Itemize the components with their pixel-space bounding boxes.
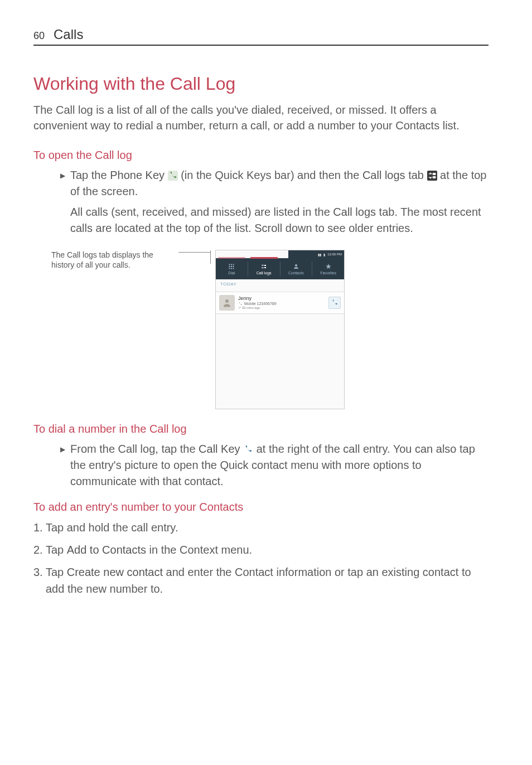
call-log-entry[interactable]: Jenny Mobile 123456789 ↗ 33 mins ago bbox=[216, 292, 344, 314]
svg-point-11 bbox=[295, 264, 297, 267]
call-logs-label: Call logs bbox=[362, 169, 405, 181]
svg-rect-4 bbox=[231, 266, 232, 267]
tab-label: Contacts bbox=[288, 271, 304, 275]
tab-bar: Dial Call logs Contacts Favorites bbox=[216, 258, 344, 279]
avatar[interactable] bbox=[219, 295, 235, 311]
phone-key-label: Phone Key bbox=[110, 169, 165, 181]
bullet-icon: ▶ bbox=[60, 441, 66, 490]
text-fragment: Tap the bbox=[70, 169, 110, 181]
entry-time: ↗ 33 mins ago bbox=[238, 306, 325, 310]
svg-rect-8 bbox=[233, 268, 234, 269]
step-1: 1. Tap and hold the call entry. bbox=[33, 519, 489, 536]
svg-rect-9 bbox=[264, 265, 266, 266]
entry-detail: Mobile 123456789 bbox=[238, 302, 325, 306]
create-new-contact-label: Create new contact bbox=[67, 566, 163, 578]
date-group-label: TODAY bbox=[220, 282, 236, 287]
status-battery-icon: ▮ bbox=[323, 253, 325, 256]
heading-add-contact: To add an entry's number to your Contact… bbox=[33, 501, 489, 514]
star-icon bbox=[325, 263, 332, 270]
svg-rect-3 bbox=[229, 266, 230, 267]
call-key-label: Call Key bbox=[199, 443, 240, 455]
caption-bold: Call logs bbox=[67, 250, 97, 259]
status-time: 12:00 PM bbox=[327, 253, 342, 256]
call-logs-label: Call logs bbox=[333, 206, 376, 218]
text-fragment: tab bbox=[405, 169, 427, 181]
text-fragment: 2. Tap bbox=[33, 544, 67, 556]
call-button[interactable] bbox=[328, 297, 341, 309]
text-fragment: (in the Quick Keys bar) and then the bbox=[178, 169, 362, 181]
bullet-open-call-log: ▶ Tap the Phone Key (in the Quick Keys b… bbox=[33, 167, 489, 200]
page-title: Working with the Call Log bbox=[33, 74, 489, 94]
text-fragment: From the Call log, tap the bbox=[70, 443, 199, 455]
page-header: 60 Calls bbox=[33, 27, 489, 46]
text-fragment: 3. Tap bbox=[33, 566, 67, 578]
bullet-icon: ▶ bbox=[60, 167, 66, 200]
tab-favorites[interactable]: Favorites bbox=[312, 258, 344, 279]
svg-rect-2 bbox=[233, 264, 234, 265]
step-2: 2. Tap Add to Contacts in the Context me… bbox=[33, 541, 489, 558]
call-logs-screenshot: ▮▮ ▮ 12:00 PM Dial Call logs Contacts Fa bbox=[215, 250, 345, 409]
svg-rect-0 bbox=[229, 264, 230, 265]
add-to-contacts-label: Add to Contacts bbox=[67, 544, 146, 556]
caption-connector bbox=[178, 252, 211, 259]
text-fragment: All calls (sent, received, and missed) a… bbox=[70, 206, 333, 218]
heading-open-call-log: To open the Call log bbox=[33, 149, 489, 162]
svg-point-12 bbox=[225, 299, 229, 303]
status-bar: ▮▮ ▮ 12:00 PM bbox=[288, 250, 344, 258]
call-logs-tab-icon bbox=[427, 171, 437, 181]
svg-rect-5 bbox=[233, 266, 234, 267]
tab-contacts[interactable]: Contacts bbox=[280, 258, 312, 279]
phone-key-icon bbox=[168, 171, 178, 181]
contacts-icon bbox=[293, 263, 299, 270]
person-icon bbox=[222, 298, 232, 308]
tab-label: Favorites bbox=[320, 271, 336, 275]
dialpad-icon bbox=[228, 263, 235, 270]
tab-call-logs[interactable]: Call logs bbox=[248, 258, 280, 279]
caption-fragment: The bbox=[51, 250, 67, 259]
heading-dial-number: To dial a number in the Call log bbox=[33, 423, 489, 435]
text-fragment: in the Context menu. bbox=[146, 544, 252, 556]
svg-rect-10 bbox=[264, 267, 266, 268]
tab-dial[interactable]: Dial bbox=[216, 258, 248, 279]
status-signal-icon: ▮▮ bbox=[318, 253, 321, 256]
call-key-icon bbox=[331, 299, 338, 307]
bullet-text: Tap the Phone Key (in the Quick Keys bar… bbox=[70, 167, 489, 200]
figure-caption: The Call logs tab displays the history o… bbox=[51, 250, 174, 409]
svg-rect-1 bbox=[231, 264, 232, 265]
page-number: 60 bbox=[33, 30, 45, 42]
entry-name: Jenny bbox=[238, 296, 325, 302]
tab-label: Dial bbox=[228, 271, 235, 275]
call-log-info: Jenny Mobile 123456789 ↗ 33 mins ago bbox=[238, 296, 325, 309]
tab-label: Call logs bbox=[257, 271, 272, 275]
svg-rect-7 bbox=[231, 268, 232, 269]
svg-rect-6 bbox=[229, 268, 230, 269]
step-3: 3. Tap Create new contact and enter the … bbox=[33, 564, 489, 597]
entry-number: Mobile 123456789 bbox=[244, 302, 277, 306]
bullet-dial-number: ▶ From the Call log, tap the Call Key at… bbox=[33, 441, 489, 490]
call-key-icon bbox=[243, 444, 253, 454]
outgoing-call-icon bbox=[238, 302, 243, 306]
section-title: Calls bbox=[54, 27, 83, 42]
open-call-log-detail: All calls (sent, received, and missed) a… bbox=[33, 204, 489, 236]
intro-text: The Call log is a list of all of the cal… bbox=[33, 102, 489, 133]
call-logs-icon bbox=[260, 263, 267, 270]
figure-call-logs-tab: The Call logs tab displays the history o… bbox=[51, 250, 489, 409]
bullet-text: From the Call log, tap the Call Key at t… bbox=[70, 441, 489, 490]
steps-add-contact: 1. Tap and hold the call entry. 2. Tap A… bbox=[33, 519, 489, 597]
